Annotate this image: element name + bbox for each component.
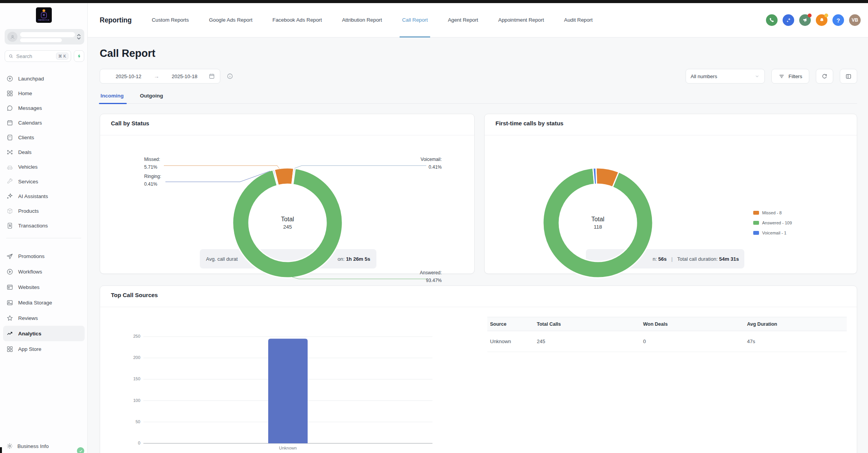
tab-appointment-report[interactable]: Appointment Report — [496, 3, 546, 38]
layout-columns-button[interactable] — [840, 69, 857, 84]
clients-icon — [6, 134, 14, 141]
date-start[interactable]: 2025-10-12 — [105, 74, 152, 79]
sidebar-item-media-storage[interactable]: Media Storage — [3, 295, 85, 310]
sidebar-item-label: Media Storage — [18, 300, 52, 306]
messages-icon — [6, 104, 14, 112]
megaphone-button[interactable] — [799, 14, 811, 26]
reviews-icon — [6, 315, 14, 322]
sidebar-item-transactions[interactable]: Transactions — [3, 218, 85, 233]
promotions-icon — [6, 253, 14, 260]
quick-action-button[interactable] — [74, 50, 84, 62]
tab-incoming[interactable]: Incoming — [100, 93, 124, 103]
legend-swatch — [753, 231, 759, 235]
workspace-subtitle-skeleton — [20, 38, 62, 42]
sidebar-item-workflows[interactable]: Workflows — [3, 264, 85, 279]
sidebar-item-products[interactable]: Products — [3, 203, 85, 218]
toolbar: 2025-10-12 → 2025-10-18 All numbers Filt… — [100, 69, 857, 84]
sidebar-item-clients[interactable]: Clients — [3, 130, 85, 145]
logo-x-icon: ✕ — [41, 12, 47, 18]
sidebar-item-app-store[interactable]: App Store — [3, 341, 85, 357]
sidebar-item-ai-assistants[interactable]: AI Assistants — [3, 189, 85, 203]
sidebar-item-promotions[interactable]: Promotions — [3, 248, 85, 264]
search-input[interactable]: Search ⌘ K — [5, 50, 71, 62]
report-tabs: Custom ReportsGoogle Ads ReportFacebook … — [150, 3, 595, 37]
donut-total: Total 118 — [591, 216, 604, 230]
sidebar-item-label: App Store — [18, 346, 41, 352]
tab-audit-report[interactable]: Audit Report — [562, 3, 595, 38]
donut-chart-call-by-status[interactable] — [100, 114, 475, 304]
tab-facebook-ads-report[interactable]: Facebook Ads Report — [270, 3, 324, 38]
direction-tabs: IncomingOutgoing — [100, 93, 857, 104]
bell-icon — [819, 17, 825, 24]
legend-swatch — [753, 211, 759, 215]
sidebar-item-websites[interactable]: Websites — [3, 279, 85, 295]
sidebar: ✕ MAKEBOX.AI Search ⌘ K LaunchpadHomeMes… — [0, 3, 88, 453]
sidebar-item-deals[interactable]: Deals — [3, 145, 85, 159]
card-divider — [100, 135, 474, 135]
date-end[interactable]: 2025-10-18 — [161, 74, 208, 79]
bell-button[interactable] — [816, 14, 827, 26]
workspace-selector[interactable] — [5, 29, 84, 44]
legend-label: Missed - 8 — [762, 210, 782, 215]
sidebar-divider — [6, 238, 81, 238]
chevron-up-down-icon — [76, 33, 82, 41]
logo-text: MAKEBOX.AI — [38, 19, 49, 21]
columns-icon — [845, 73, 852, 80]
services-icon — [6, 178, 14, 185]
tab-agent-report[interactable]: Agent Report — [446, 3, 480, 38]
sidebar-item-label: Promotions — [18, 253, 44, 259]
sidebar-item-business-info[interactable]: Business Info — [6, 443, 49, 450]
callout-line-answered — [292, 277, 427, 279]
megaphone-icon — [802, 17, 808, 24]
x-axis-category: Unknown — [265, 446, 311, 450]
logo-dot-icon — [43, 9, 45, 12]
info-icon[interactable] — [226, 73, 233, 80]
tab-call-report[interactable]: Call Report — [400, 3, 430, 38]
corner-artifact — [0, 447, 2, 453]
sidebar-item-label: Analytics — [18, 331, 41, 337]
sidebar-item-calendars[interactable]: Calendars — [3, 115, 85, 130]
stats-right-fragment: on: 1h 26m 5s — [337, 256, 370, 262]
help-button[interactable]: ? — [832, 14, 844, 26]
sparkles-button[interactable] — [783, 14, 794, 26]
deals-icon — [6, 149, 14, 156]
chevron-down-icon — [754, 74, 760, 79]
column-header-won-deals: Won Deals — [640, 317, 744, 331]
sidebar-item-analytics[interactable]: Analytics — [3, 326, 85, 341]
column-header-total-calls: Total Calls — [534, 317, 640, 331]
sidebar-item-services[interactable]: Services — [3, 174, 85, 189]
card-title: Call by Status — [111, 120, 149, 126]
numbers-filter-select[interactable]: All numbers — [686, 69, 765, 84]
tab-attribution-report[interactable]: Attribution Report — [340, 3, 384, 38]
stats-separator: | — [667, 256, 677, 262]
avatar[interactable]: VB — [849, 14, 861, 26]
sidebar-item-messages[interactable]: Messages — [3, 101, 85, 115]
tab-custom-reports[interactable]: Custom Reports — [150, 3, 191, 38]
bar-unknown[interactable] — [268, 339, 308, 443]
legend-swatch — [753, 221, 759, 225]
top-window-bar — [0, 0, 868, 3]
y-axis-tick: 100 — [117, 398, 140, 403]
vehicles-icon — [6, 163, 14, 171]
refresh-button[interactable] — [816, 69, 833, 84]
date-range-picker[interactable]: 2025-10-12 → 2025-10-18 — [100, 69, 220, 84]
sidebar-item-label: Services — [18, 179, 38, 185]
filters-button[interactable]: Filters — [771, 69, 809, 84]
sidebar-item-vehicles[interactable]: Vehicles — [3, 159, 85, 174]
sidebar-item-reviews[interactable]: Reviews — [3, 310, 85, 326]
tab-google-ads-report[interactable]: Google Ads Report — [207, 3, 255, 38]
sidebar-item-launchpad[interactable]: Launchpad — [3, 71, 85, 86]
legend-item-voicemail-1[interactable]: Voicemail - 1 — [753, 228, 792, 238]
bar-chart-top-call-sources[interactable] — [100, 286, 858, 453]
sidebar-item-label: Deals — [18, 149, 32, 155]
callout-label-ringing: Ringing:0.41% — [144, 173, 161, 188]
phone-button[interactable] — [766, 14, 778, 26]
sidebar-item-home[interactable]: Home — [3, 86, 85, 101]
donut-chart-first-time[interactable] — [485, 114, 858, 304]
y-axis-tick: 0 — [117, 441, 140, 445]
tab-outgoing[interactable]: Outgoing — [139, 93, 164, 103]
card-divider — [485, 135, 857, 135]
sidebar-item-label: Transactions — [18, 223, 48, 229]
legend-item-missed-8[interactable]: Missed - 8 — [753, 208, 792, 218]
legend-item-answered-109[interactable]: Answered - 109 — [753, 218, 792, 228]
